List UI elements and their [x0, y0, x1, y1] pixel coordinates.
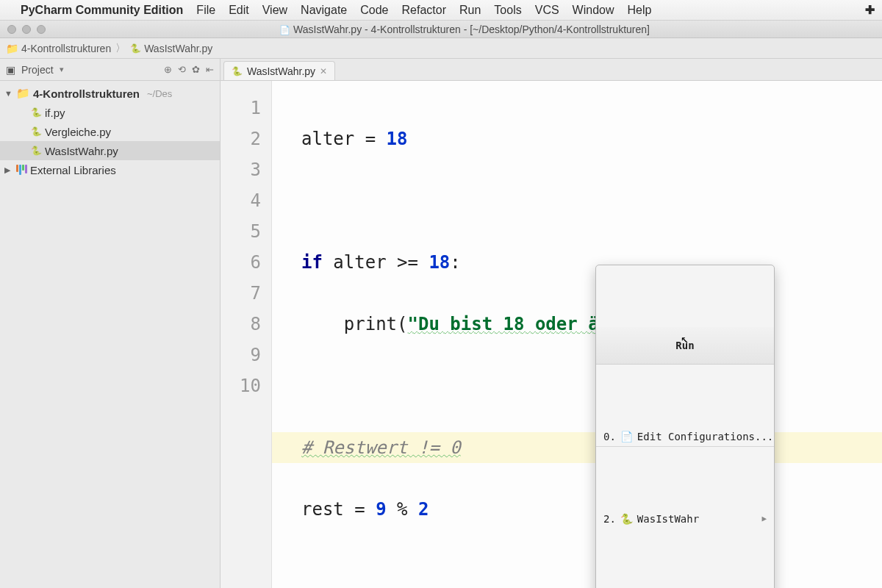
folder-icon: 📁 [6, 43, 18, 54]
python-file-icon: 📄 [279, 25, 290, 35]
path-hint: ~/Des [147, 88, 172, 99]
tree-external-libraries[interactable]: ▶ External Libraries [0, 160, 220, 179]
project-tool-window-header: ▣ Project ▾ ⊕ ⟲ ✿ ⇤ [0, 59, 220, 80]
collapse-icon[interactable]: ⟲ [178, 64, 186, 75]
context-menu-title: Run [596, 327, 774, 365]
breadcrumb-folder[interactable]: 📁 4-Kontrollstrukturen [6, 43, 111, 54]
run-config-icon: 📄 [620, 421, 633, 452]
zoom-window-button[interactable] [37, 25, 46, 34]
python-file-icon: 🐍 [130, 43, 141, 54]
tree-file-vergleiche[interactable]: 🐍 Vergleiche.py [0, 122, 220, 141]
project-tree: ▼ 📁 4-Kontrollstrukturen ~/Des 🐍 if.py 🐍… [0, 81, 220, 588]
dropdown-icon[interactable]: ▾ [60, 65, 64, 74]
menubar-extras-icon[interactable]: ✚ [865, 3, 875, 17]
libraries-icon [16, 165, 27, 175]
window-titlebar: 📄WasIstWahr.py - 4-Kontrollstrukturen - … [0, 21, 882, 38]
close-tab-icon[interactable]: ✕ [320, 66, 327, 76]
menu-item-edit-configurations[interactable]: 0. 📄 Edit Configurations... [596, 426, 774, 447]
breadcrumb-file[interactable]: 🐍 WasIstWahr.py [130, 43, 212, 54]
menu-navigate[interactable]: Navigate [301, 4, 347, 17]
expand-arrow-icon[interactable]: ▼ [4, 89, 13, 98]
menu-item-wasistwahr[interactable]: 2. 🐍 WasIstWahr ▶ [596, 509, 774, 529]
window-title: 📄WasIstWahr.py - 4-Kontrollstrukturen - … [54, 24, 875, 35]
project-view-icon[interactable]: ▣ [6, 64, 15, 76]
python-file-icon: 🐍 [31, 107, 42, 118]
chevron-right-icon: 〉 [115, 42, 126, 55]
app-name: PyCharm Community Edition [21, 4, 183, 17]
menu-file[interactable]: File [196, 4, 215, 17]
editor-area[interactable]: 1 2 3 4 5 6 7 8 9 10 alter = 18 if alter… [220, 81, 882, 588]
python-file-icon: 🐍 [232, 66, 243, 76]
menu-code[interactable]: Code [360, 4, 388, 17]
mac-menubar: PyCharm Community Edition File Edit View… [0, 0, 882, 21]
editor-tabs: 🐍 WasIstWahr.py ✕ [220, 59, 335, 80]
folder-icon: 📁 [16, 87, 30, 100]
traffic-lights [7, 25, 46, 34]
menu-refactor[interactable]: Refactor [402, 4, 446, 17]
gear-icon[interactable]: ✿ [192, 64, 200, 75]
minimize-window-button[interactable] [22, 25, 31, 34]
run-context-menu: Run 0. 📄 Edit Configurations... 2. 🐍 Was… [595, 265, 775, 588]
hide-icon[interactable]: ⇤ [206, 64, 214, 75]
menu-vcs[interactable]: VCS [535, 4, 559, 17]
editor-tab-wasistwahr[interactable]: 🐍 WasIstWahr.py ✕ [223, 61, 335, 80]
project-label[interactable]: Project [21, 64, 54, 76]
code-content[interactable]: alter = 18 if alter >= 18: print("Du bis… [272, 81, 882, 588]
python-run-icon: 🐍 [620, 503, 633, 534]
menu-tools[interactable]: Tools [494, 4, 521, 17]
menu-help[interactable]: Help [628, 4, 652, 17]
submenu-arrow-icon: ▶ [761, 503, 767, 534]
target-icon[interactable]: ⊕ [164, 64, 172, 75]
expand-arrow-icon[interactable]: ▶ [4, 165, 13, 175]
menu-run[interactable]: Run [459, 4, 481, 17]
tree-root-folder[interactable]: ▼ 📁 4-Kontrollstrukturen ~/Des [0, 84, 220, 103]
tree-file-if[interactable]: 🐍 if.py [0, 103, 220, 122]
menu-edit[interactable]: Edit [229, 4, 249, 17]
gutter: 1 2 3 4 5 6 7 8 9 10 [220, 81, 272, 588]
python-file-icon: 🐍 [31, 146, 42, 156]
tree-file-wasistwahr[interactable]: 🐍 WasIstWahr.py [0, 141, 220, 160]
breadcrumb: 📁 4-Kontrollstrukturen 〉 🐍 WasIstWahr.py [0, 38, 882, 59]
close-window-button[interactable] [7, 25, 16, 34]
tab-label: WasIstWahr.py [247, 65, 315, 77]
menu-view[interactable]: View [262, 4, 287, 17]
python-file-icon: 🐍 [31, 126, 42, 137]
menu-window[interactable]: Window [573, 4, 614, 17]
